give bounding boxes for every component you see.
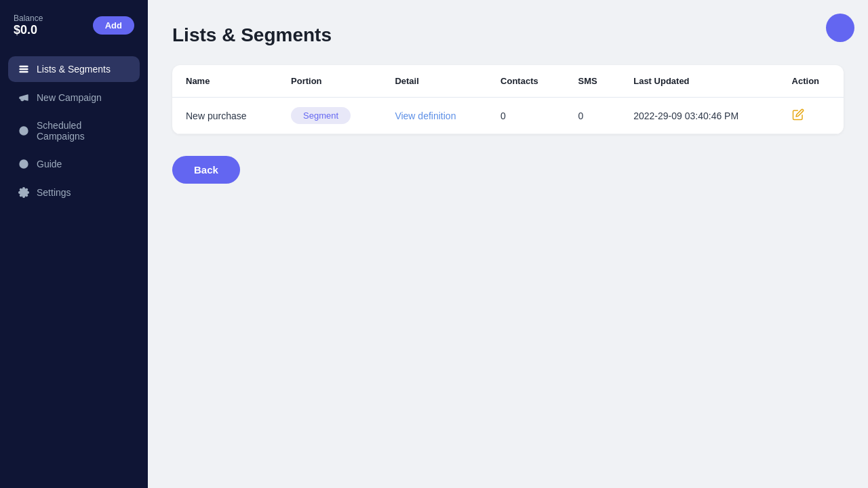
page-title: Lists & Segments: [172, 24, 332, 46]
sidebar-item-label: Settings: [37, 187, 71, 198]
sidebar-item-scheduled-campaigns[interactable]: Scheduled Campaigns: [8, 113, 140, 148]
main-content: Lists & Segments Name Portion Detail Con…: [148, 0, 868, 488]
svg-rect-2: [20, 71, 28, 72]
info-icon: [18, 158, 30, 170]
sidebar-item-guide[interactable]: Guide: [8, 151, 140, 177]
sidebar-item-label: New Campaign: [37, 92, 102, 103]
sidebar-item-settings[interactable]: Settings: [8, 180, 140, 205]
sidebar-item-label: Guide: [37, 159, 62, 169]
col-header-sms: SMS: [565, 65, 620, 98]
cell-contacts: 0: [487, 98, 565, 134]
lists-segments-table: Name Portion Detail Contacts SMS Last Up…: [172, 65, 844, 134]
segment-badge: Segment: [291, 107, 351, 124]
col-header-portion: Portion: [277, 65, 381, 98]
back-button[interactable]: Back: [172, 156, 240, 184]
add-button[interactable]: Add: [93, 16, 134, 35]
table-container: Name Portion Detail Contacts SMS Last Up…: [172, 65, 844, 134]
clock-icon: [18, 125, 30, 137]
cell-last-updated: 2022-29-09 03:40:46 PM: [620, 98, 778, 134]
col-header-name: Name: [172, 65, 277, 98]
sidebar-item-label: Lists & Segments: [37, 64, 111, 75]
col-header-action: Action: [778, 65, 844, 98]
cell-portion: Segment: [277, 98, 381, 134]
sidebar-item-lists-segments[interactable]: Lists & Segments: [8, 56, 140, 82]
cell-action: [778, 98, 844, 134]
sidebar: Balance $0.0 Add Lists & Segments New Ca…: [0, 0, 148, 488]
list-icon: [18, 63, 30, 75]
sidebar-item-new-campaign[interactable]: New Campaign: [8, 85, 140, 110]
view-definition-link[interactable]: View definition: [395, 110, 456, 121]
col-header-last-updated: Last Updated: [620, 65, 778, 98]
svg-rect-0: [20, 66, 28, 66]
balance-label: Balance: [14, 14, 43, 23]
edit-icon[interactable]: [792, 111, 804, 123]
cell-sms: 0: [565, 98, 620, 134]
svg-rect-1: [20, 68, 28, 69]
gear-icon: [18, 186, 30, 199]
page-header: Lists & Segments: [172, 24, 844, 46]
sidebar-item-label: Scheduled Campaigns: [37, 120, 130, 142]
balance-section: Balance $0.0: [14, 14, 43, 37]
table-row: New purchase Segment View definition 0 0…: [172, 98, 844, 134]
col-header-detail: Detail: [381, 65, 487, 98]
col-header-contacts: Contacts: [487, 65, 565, 98]
cell-detail: View definition: [381, 98, 487, 134]
balance-amount: $0.0: [14, 23, 43, 37]
megaphone-icon: [18, 92, 30, 104]
sidebar-top: Balance $0.0 Add: [8, 14, 140, 37]
cell-name: New purchase: [172, 98, 277, 134]
avatar[interactable]: [826, 14, 854, 42]
